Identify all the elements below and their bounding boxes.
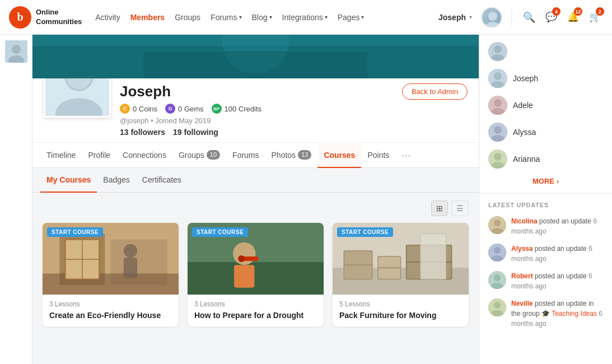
svg-point-3 — [12, 45, 21, 54]
back-to-admin-button[interactable]: Back to Admin — [402, 83, 468, 100]
update-avatar — [488, 271, 506, 289]
member-avatar — [488, 42, 507, 61]
nav-pages[interactable]: Pages▾ — [338, 13, 365, 22]
nav-integrations[interactable]: Integrations▾ — [282, 13, 328, 22]
profile-meta: @joseph • Joined May 2019 — [120, 116, 468, 125]
update-row-neville: Neville posted an update in the group 🎓 … — [488, 298, 603, 329]
start-course-badge: START COURSE — [337, 227, 393, 237]
member-name: Joseph — [513, 74, 538, 83]
coins-row: C 0 Coins G 0 Gems BP 100 Credits — [120, 104, 468, 114]
member-avatar — [488, 123, 507, 142]
sidebar-member-alyssa[interactable]: Alyssa — [479, 119, 612, 146]
notifications-badge: 12 — [574, 7, 582, 16]
svg-point-59 — [494, 274, 501, 281]
cart-badge: 2 — [596, 7, 604, 16]
update-avatar — [488, 298, 506, 316]
followers-count: 13 followers — [120, 128, 165, 137]
course-lessons: 5 Lessons — [339, 300, 462, 308]
update-text: Robert posted an update 6 months ago — [511, 271, 603, 291]
course-section: ⊞ ☰ — [32, 193, 479, 334]
update-row-alyssa: Alyssa posted an update 6 months ago — [488, 244, 603, 264]
updater-name[interactable]: Neville — [511, 300, 533, 307]
update-avatar — [488, 216, 506, 234]
list-view-button[interactable]: ☰ — [451, 200, 469, 216]
update-text: Alyssa posted an update 6 months ago — [511, 244, 603, 264]
start-course-badge: START COURSE — [47, 227, 103, 237]
group-link[interactable]: 🎓 Teaching Ideas — [541, 310, 597, 318]
follow-row: 13 followers 19 following — [120, 128, 468, 142]
svg-rect-23 — [188, 262, 324, 295]
nav-groups[interactable]: Groups — [175, 13, 200, 22]
credits-item: BP 100 Credits — [212, 104, 261, 114]
svg-point-53 — [494, 220, 501, 226]
updater-name[interactable]: Robert — [511, 272, 533, 280]
member-avatar — [488, 69, 507, 88]
user-name-label: Joseph — [438, 13, 466, 22]
tab-courses[interactable]: Courses — [317, 143, 361, 168]
nav-members[interactable]: Members — [130, 13, 165, 22]
chevron-down-icon: ▾ — [361, 14, 364, 20]
logo-circle: b — [9, 6, 31, 29]
sidebar-member-joseph[interactable]: Joseph — [479, 65, 612, 92]
coins-item: C 0 Coins — [120, 104, 157, 114]
tab-more[interactable]: ··· — [395, 143, 418, 168]
gems-item: G 0 Gems — [165, 104, 204, 114]
coins-icon: C — [120, 104, 130, 114]
sidebar-member-arianna[interactable]: Arianna — [479, 146, 612, 172]
search-button[interactable]: 🔍 — [521, 9, 538, 26]
course-lessons: 3 Lessons — [194, 300, 317, 308]
svg-point-44 — [494, 99, 502, 107]
sidebar-member-adele[interactable]: Adele — [479, 92, 612, 119]
view-toggle: ⊞ ☰ — [43, 200, 469, 216]
nav-right: Joseph ▾ 🔍 💬 4 🔔 12 🛒 2 — [438, 7, 603, 28]
course-card[interactable]: START COURSE 5 Lessons Pack Furniture fo… — [333, 223, 469, 326]
tab-connections[interactable]: Connections — [116, 143, 172, 168]
course-card[interactable]: START COURSE 3 Lessons Create an Eco-Fri… — [43, 223, 179, 326]
sidebar-members-list: Joseph Adele Alyssa Ari — [479, 35, 612, 193]
svg-point-56 — [494, 247, 501, 254]
user-menu[interactable]: Joseph ▾ — [438, 13, 472, 22]
tab-groups[interactable]: Groups 10 — [172, 143, 226, 168]
member-name: Adele — [513, 101, 533, 110]
nav-activity[interactable]: Activity — [95, 13, 120, 22]
sidebar-user-avatar[interactable] — [5, 40, 27, 63]
updater-name[interactable]: Alyssa — [511, 245, 533, 253]
more-members-link[interactable]: MORE › — [479, 172, 612, 190]
tab-timeline[interactable]: Timeline — [40, 143, 82, 168]
svg-point-62 — [494, 302, 501, 309]
course-thumbnail: START COURSE — [43, 223, 179, 295]
update-row-robert: Robert posted an update 6 months ago — [488, 271, 603, 291]
tab-forums[interactable]: Forums — [226, 143, 265, 168]
course-lessons: 3 Lessons — [49, 300, 172, 308]
left-sidebar — [0, 35, 32, 364]
updater-name[interactable]: Nicolina — [511, 217, 538, 225]
tab-photos[interactable]: Photos 13 — [265, 143, 318, 168]
ctab-badges[interactable]: Badges — [97, 168, 136, 193]
ctab-certificates[interactable]: Certificates — [136, 168, 188, 193]
course-thumbnail: START COURSE — [333, 223, 469, 295]
chevron-right-icon: › — [557, 178, 559, 185]
course-card[interactable]: START COURSE 3 Lessons How to Prepare fo… — [188, 223, 324, 326]
nav-forums[interactable]: Forums▾ — [211, 13, 241, 22]
nav-blog[interactable]: Blog▾ — [252, 13, 272, 22]
sidebar-member-top[interactable] — [479, 38, 612, 65]
svg-point-50 — [494, 153, 502, 161]
logo-text: Online Communities — [36, 8, 82, 27]
update-row-nicolina: Nicolina posted an update 6 months ago — [488, 216, 603, 236]
logo-link[interactable]: b Online Communities — [9, 6, 82, 29]
grid-view-button[interactable]: ⊞ — [431, 200, 448, 216]
latest-updates-title: LATEST UPDATES — [488, 202, 603, 208]
profile-name: Joseph — [120, 83, 171, 100]
tab-points[interactable]: Points — [361, 143, 395, 168]
course-title: Pack Furniture for Moving — [339, 310, 462, 320]
svg-point-0 — [488, 12, 497, 21]
svg-point-27 — [238, 255, 245, 262]
update-avatar — [488, 244, 506, 262]
svg-point-20 — [124, 244, 137, 258]
svg-rect-21 — [124, 258, 137, 278]
start-course-badge: START COURSE — [192, 227, 248, 237]
user-avatar-top[interactable] — [481, 7, 502, 28]
ctab-my-courses[interactable]: My Courses — [40, 168, 97, 193]
tab-profile[interactable]: Profile — [82, 143, 116, 168]
course-title: Create an Eco-Friendly House — [49, 310, 172, 320]
